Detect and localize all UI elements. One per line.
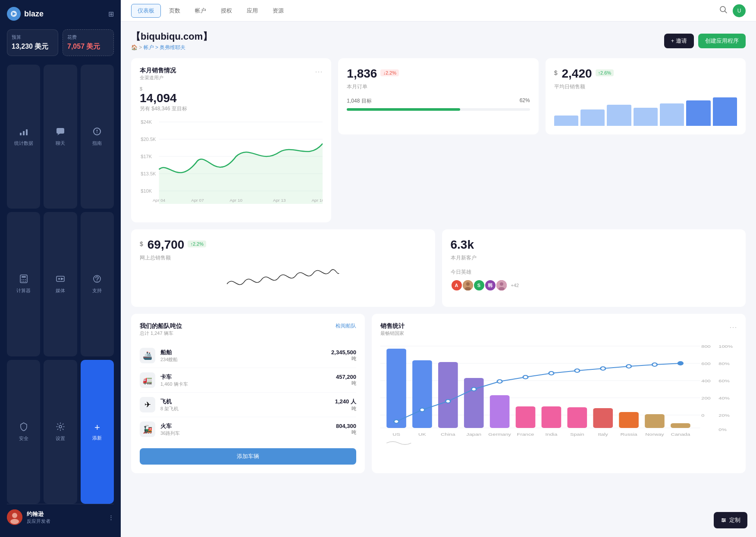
tab-pages[interactable]: 页数 (163, 4, 187, 18)
budget-label: 预算 (12, 34, 53, 41)
svg-rect-70 (464, 378, 484, 428)
sidebar: blaze ⊞ 预算 13,230 美元 花费 7,057 美元 统计数据 聊天 (0, 0, 121, 537)
nav-grid: 统计数据 聊天 指南 计算器 媒体 (7, 65, 114, 504)
sidebar-item-add[interactable]: + 添新 (81, 360, 114, 504)
truck-name: 卡车 (160, 373, 188, 381)
sidebar-item-support[interactable]: 支持 (81, 212, 114, 356)
svg-point-45 (466, 282, 470, 286)
svg-point-87 (600, 367, 605, 370)
avg-sales-label: 平均日销售额 (554, 83, 737, 91)
avg-sales-badge: ↑2.6% (596, 69, 614, 76)
train-value: 804,300 吨 (336, 423, 356, 436)
sidebar-item-guide-label: 指南 (92, 140, 102, 147)
total-sales-chart (140, 267, 427, 298)
sidebar-item-calculator[interactable]: 计算器 (7, 212, 40, 356)
svg-point-48 (500, 282, 503, 286)
sidebar-item-stats[interactable]: 统计数据 (7, 65, 40, 209)
orders-badge: ↓2.2% (380, 69, 399, 76)
sidebar-item-security[interactable]: 安全 (7, 360, 40, 504)
new-customers-label: 本月新客户 (451, 254, 737, 262)
fleet-item-ship: 🚢 船舶 234艘船 2,345,500 吨 (140, 343, 356, 368)
invite-button[interactable]: + 邀请 (664, 34, 694, 48)
sidebar-item-add-label: 添新 (92, 435, 102, 441)
sidebar-item-guide[interactable]: 指南 (81, 65, 114, 209)
user-more-icon[interactable]: ⋮ (108, 514, 114, 521)
tab-resources[interactable]: 资源 (266, 4, 290, 18)
dollar-prefix: $ (140, 86, 323, 91)
hero-1: A (451, 279, 463, 291)
svg-text:Italy: Italy (598, 432, 608, 437)
budget-section: 预算 13,230 美元 花费 7,057 美元 (7, 29, 114, 56)
svg-rect-2 (20, 133, 22, 135)
bar-2 (580, 109, 605, 126)
guide-icon (92, 127, 102, 138)
tab-apps[interactable]: 应用 (240, 4, 264, 18)
orders-card: 1,836 ↓2.2% 本月订单 1,048 目标 62% (338, 58, 538, 134)
svg-text:Apr 10: Apr 10 (230, 198, 243, 203)
avatar (7, 509, 22, 525)
sidebar-item-chat[interactable]: 聊天 (44, 65, 77, 209)
svg-point-19 (58, 278, 60, 280)
svg-point-15 (22, 281, 22, 282)
breadcrumb-link[interactable]: 帐户 > 奥弗维耶夫 (144, 44, 186, 50)
svg-point-16 (23, 281, 24, 282)
tab-account[interactable]: 帐户 (188, 4, 213, 18)
tab-dashboard[interactable]: 仪表板 (131, 4, 161, 18)
svg-text:China: China (441, 432, 455, 437)
avg-sales-card: $ 2,420 ↑2.6% 平均日销售额 (546, 58, 746, 134)
plane-value: 1,240 人 吨 (335, 398, 356, 412)
create-app-button[interactable]: 创建应用程序 (698, 34, 746, 48)
new-customers-card: 6.3k 本月新客户 今日英雄 A S 韩 + (442, 229, 746, 307)
svg-text:100%: 100% (718, 344, 733, 349)
svg-text:400: 400 (701, 379, 710, 383)
sidebar-settings-icon[interactable]: ⊞ (108, 10, 114, 18)
fleet-item-plane: ✈ 飞机 8 架飞机 1,240 人 吨 (140, 393, 356, 417)
hero-more-count: +42 (511, 283, 519, 288)
sidebar-item-settings[interactable]: 设置 (44, 360, 77, 504)
user-info: 约翰逊 反应开发者 (7, 509, 50, 525)
sidebar-item-stats-label: 统计数据 (14, 140, 33, 147)
sales-stats-title: 销售统计 (380, 322, 405, 330)
fleet-link[interactable]: 检阅船队 (336, 322, 356, 330)
orders-target-label: 1,048 目标 (347, 97, 371, 105)
sidebar-item-media[interactable]: 媒体 (44, 212, 77, 356)
sidebar-item-security-label: 安全 (19, 435, 28, 442)
svg-point-49 (499, 287, 505, 290)
svg-point-9 (97, 132, 97, 133)
top-nav: 仪表板 页数 帐户 授权 应用 资源 U (121, 0, 756, 22)
sales-stats-more-icon[interactable]: ⋯ (729, 322, 737, 332)
plane-name: 飞机 (160, 398, 179, 406)
svg-text:Apr 07: Apr 07 (191, 198, 204, 203)
monthly-sales-more-icon[interactable]: ⋯ (315, 67, 323, 76)
sidebar-item-media-label: 媒体 (56, 287, 65, 294)
fleet-card: 我们的船队吨位 总计 1,247 辆车 检阅船队 🚢 船舶 234艘船 (131, 314, 365, 473)
add-vehicle-button[interactable]: 添加车辆 (140, 448, 356, 465)
user-top-avatar[interactable]: U (733, 4, 746, 17)
search-icon[interactable] (719, 5, 728, 16)
svg-text:60%: 60% (718, 379, 730, 383)
user-name: 约翰逊 (27, 510, 50, 518)
budget-amount: 13,230 美元 (12, 42, 53, 51)
sidebar-logo: blaze ⊞ (7, 7, 114, 21)
svg-text:0%: 0% (718, 428, 727, 432)
svg-text:UK: UK (418, 432, 427, 437)
bottom-grid: 我们的船队吨位 总计 1,247 辆车 检阅船队 🚢 船舶 234艘船 (131, 314, 746, 473)
svg-text:0: 0 (701, 413, 704, 418)
media-icon (56, 274, 65, 286)
svg-point-12 (22, 279, 22, 280)
svg-point-81 (445, 400, 450, 403)
tab-auth[interactable]: 授权 (214, 4, 238, 18)
orders-number: 1,836 (347, 67, 377, 81)
svg-point-84 (523, 375, 528, 379)
sidebar-item-calculator-label: 计算器 (16, 287, 31, 294)
svg-text:Canada: Canada (671, 432, 690, 437)
svg-point-25 (12, 513, 17, 518)
customize-button[interactable]: 定制 (714, 512, 747, 528)
svg-rect-78 (671, 423, 690, 428)
svg-rect-11 (22, 276, 26, 278)
bar-3 (607, 105, 631, 126)
svg-text:Apr 04: Apr 04 (153, 198, 166, 203)
bar-5 (660, 103, 684, 126)
svg-text:France: France (517, 432, 534, 437)
svg-point-89 (652, 363, 657, 366)
